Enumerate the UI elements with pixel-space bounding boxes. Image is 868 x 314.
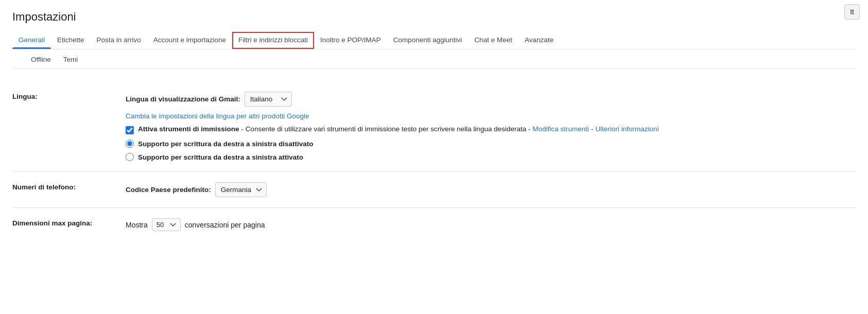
more-info-link[interactable]: Ulteriori informazioni (596, 125, 659, 133)
second-row-tabs: Offline Temi (12, 49, 856, 69)
rtl-disabled-row: Supporto per scrittura da destra a sinis… (126, 139, 856, 148)
lingua-content: Lingua di visualizzazione di Gmail: Ital… (126, 92, 856, 161)
top-right-button[interactable]: It (844, 4, 860, 20)
rtl-enabled-label: Supporto per scrittura da destra a sinis… (138, 153, 303, 161)
tab-inoltro[interactable]: Inoltro e POP/IMAP (314, 32, 387, 49)
pagina-section: Dimensioni max pagina: Mostra 10 15 20 2… (12, 208, 856, 241)
rtl-disabled-radio[interactable] (126, 139, 134, 148)
input-tools-bold: Attiva strumenti di immissione (138, 125, 239, 133)
country-code-row: Codice Paese predefinito: Germania Itali… (126, 182, 856, 197)
top-tabs: Generali Etichette Posta in arrivo Accou… (12, 32, 856, 49)
dash-separator: - (591, 125, 594, 133)
lingua-label: Lingua: (12, 92, 126, 161)
settings-header: Impostazioni Generali Etichette Posta in… (0, 0, 868, 69)
change-language-link-row: Cambia le impostazioni della lingua per … (126, 112, 856, 120)
rtl-enabled-radio[interactable] (126, 153, 134, 161)
pagina-label: Dimensioni max pagina: (12, 218, 126, 231)
page-size-select[interactable]: 10 15 20 25 50 100 (152, 218, 181, 231)
modify-tools-link[interactable]: Modifica strumenti (533, 125, 589, 133)
tab-avanzate[interactable]: Avanzate (518, 32, 560, 49)
tab-temi[interactable]: Temi (57, 51, 84, 68)
country-code-label: Codice Paese predefinito: (126, 186, 211, 194)
input-tools-row: Attiva strumenti di immissione - Consent… (126, 125, 856, 134)
gmail-language-select[interactable]: Italiano English Español Français Deutsc… (245, 92, 292, 107)
tab-generali[interactable]: Generali (12, 32, 51, 49)
rtl-enabled-row: Supporto per scrittura da destra a sinis… (126, 153, 856, 161)
tab-componenti[interactable]: Componenti aggiuntivi (387, 32, 468, 49)
page-title: Impostazioni (12, 10, 856, 24)
telefono-label: Numeri di telefono: (12, 182, 126, 197)
gmail-language-row: Lingua di visualizzazione di Gmail: Ital… (126, 92, 856, 107)
tab-chat-meet[interactable]: Chat e Meet (468, 32, 518, 49)
tab-filtri[interactable]: Filtri e indirizzi bloccati (232, 32, 314, 49)
gmail-language-label: Lingua di visualizzazione di Gmail: (126, 95, 240, 103)
lingua-section: Lingua: Lingua di visualizzazione di Gma… (12, 81, 856, 172)
tab-account-importazione[interactable]: Account e importazione (147, 32, 232, 49)
input-tools-checkbox[interactable] (126, 126, 134, 134)
tab-posta-in-arrivo[interactable]: Posta in arrivo (91, 32, 147, 49)
pagina-suffix: conversazioni per pagina (185, 221, 265, 229)
change-language-link[interactable]: Cambia le impostazioni della lingua per … (126, 112, 309, 120)
country-code-select[interactable]: Germania Italia Francia Spagna Stati Uni… (215, 182, 267, 197)
tab-etichette[interactable]: Etichette (51, 32, 91, 49)
input-tools-text: Attiva strumenti di immissione - Consent… (138, 125, 659, 133)
mostra-label: Mostra (126, 221, 148, 229)
settings-content: Lingua: Lingua di visualizzazione di Gma… (0, 69, 868, 254)
rtl-disabled-label: Supporto per scrittura da destra a sinis… (138, 140, 314, 148)
pagina-content: Mostra 10 15 20 25 50 100 conversazioni … (126, 218, 856, 231)
telefono-content: Codice Paese predefinito: Germania Itali… (126, 182, 856, 197)
tab-offline[interactable]: Offline (25, 51, 57, 68)
telefono-section: Numeri di telefono: Codice Paese predefi… (12, 172, 856, 208)
input-tools-normal: - Consente di utilizzare vari strumenti … (241, 125, 531, 133)
pagina-row: Mostra 10 15 20 25 50 100 conversazioni … (126, 218, 856, 231)
